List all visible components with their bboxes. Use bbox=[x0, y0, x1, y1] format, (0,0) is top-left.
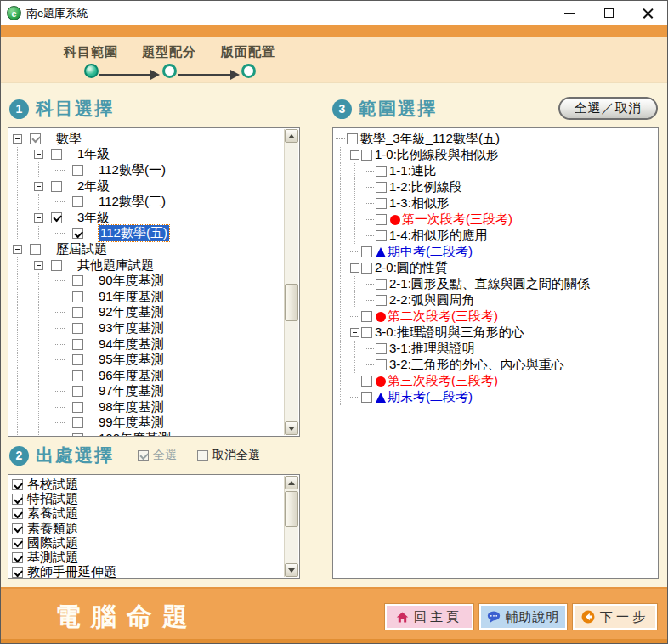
tree-item[interactable]: 95年度基測 bbox=[8, 352, 299, 368]
tree-item-label[interactable]: 90年度基測 bbox=[99, 273, 164, 289]
tree-expander-icon[interactable] bbox=[350, 263, 359, 273]
tree-item[interactable]: 91年度基測 bbox=[8, 289, 299, 305]
scrollbar-thumb[interactable] bbox=[285, 284, 298, 321]
tree-checkbox[interactable] bbox=[51, 149, 62, 160]
list-item-label[interactable]: 特招試題 bbox=[27, 491, 78, 507]
tree-checkbox[interactable] bbox=[361, 150, 372, 161]
tree-item[interactable]: 90年度基測 bbox=[8, 273, 299, 289]
tree-checkbox[interactable] bbox=[376, 359, 387, 370]
maximize-button[interactable] bbox=[589, 1, 628, 25]
tree-item[interactable]: 1-0:比例線段與相似形 bbox=[333, 147, 658, 163]
scrollbar-thumb[interactable] bbox=[285, 491, 298, 527]
tree-item[interactable]: 期末考(二段考) bbox=[333, 389, 658, 405]
tree-item[interactable]: 數學_3年級_112數學(五) bbox=[333, 131, 658, 147]
list-item-label[interactable]: 教師手冊延伸題 bbox=[27, 564, 116, 579]
tree-item[interactable]: 93年度基測 bbox=[8, 320, 299, 336]
tree-item[interactable]: 97年度基測 bbox=[8, 384, 299, 400]
tree-checkbox[interactable] bbox=[72, 323, 83, 334]
tree-checkbox[interactable] bbox=[347, 133, 358, 144]
tree-checkbox[interactable] bbox=[72, 196, 83, 207]
tree-item-label[interactable]: 2-2:弧與圓周角 bbox=[389, 292, 475, 308]
tree-checkbox[interactable] bbox=[361, 376, 372, 387]
tree-item[interactable]: 1-2:比例線段 bbox=[333, 179, 658, 195]
list-item-label[interactable]: 素養試題 bbox=[27, 506, 78, 522]
tree-item-label[interactable]: 94年度基測 bbox=[99, 336, 164, 353]
tree-expander-icon[interactable] bbox=[34, 150, 43, 159]
tree-item-label[interactable]: 1-0:比例線段與相似形 bbox=[375, 147, 499, 163]
tree-item-label[interactable]: 100年度基測 bbox=[99, 431, 171, 437]
tree-item-label[interactable]: 3-0:推理證明與三角形的心 bbox=[375, 325, 524, 341]
tree-checkbox[interactable] bbox=[361, 246, 372, 257]
tree-item[interactable]: 3-1:推理與證明 bbox=[333, 341, 658, 357]
list-item[interactable]: 各校試題 bbox=[8, 477, 299, 492]
tree-item-label[interactable]: 2-1:圓形及點、直線與圓之間的關係 bbox=[389, 276, 590, 292]
deselect-all-checkbox[interactable] bbox=[197, 450, 208, 461]
tree-checkbox[interactable] bbox=[376, 182, 387, 193]
tree-checkbox[interactable] bbox=[51, 181, 62, 192]
tree-checkbox[interactable] bbox=[72, 307, 83, 318]
subject-tree-scrollbar[interactable] bbox=[284, 129, 298, 435]
tree-item[interactable]: 第一次段考(三段考) bbox=[333, 212, 658, 228]
tree-checkbox[interactable] bbox=[51, 260, 62, 271]
tree-item[interactable]: 96年度基測 bbox=[8, 368, 299, 384]
tree-expander-icon[interactable] bbox=[13, 245, 22, 254]
tree-expander-icon[interactable] bbox=[34, 213, 43, 223]
tree-item-label[interactable]: 98年度基測 bbox=[99, 399, 164, 415]
tree-item-label[interactable]: 其他題庫試題 bbox=[77, 257, 154, 274]
list-checkbox[interactable] bbox=[12, 523, 23, 534]
list-checkbox[interactable] bbox=[12, 567, 23, 578]
tree-item[interactable]: 3-2:三角形的外心、內心與重心 bbox=[333, 357, 658, 373]
tree-checkbox[interactable] bbox=[376, 166, 387, 177]
tree-item-label[interactable]: 2-0:圓的性質 bbox=[375, 260, 448, 276]
tree-item-label[interactable]: 3-1:推理與證明 bbox=[389, 341, 475, 357]
tree-item-label[interactable]: 3-2:三角形的外心、內心與重心 bbox=[389, 357, 564, 373]
tree-item[interactable]: 100年度基測 bbox=[8, 431, 299, 437]
select-all-checkbox[interactable] bbox=[138, 450, 149, 461]
deselect-all-option[interactable]: 取消全選 bbox=[197, 448, 260, 463]
scroll-down-icon[interactable] bbox=[285, 421, 298, 435]
list-item-label[interactable]: 各校試題 bbox=[27, 477, 78, 493]
tree-item-label[interactable]: 第二次段考(三段考) bbox=[388, 308, 498, 325]
source-list-scrollbar[interactable] bbox=[284, 476, 298, 577]
tree-item[interactable]: 112數學(五) bbox=[8, 226, 299, 242]
tree-checkbox[interactable] bbox=[361, 327, 372, 338]
tree-item[interactable]: 3年級 bbox=[8, 210, 299, 226]
scroll-up-icon[interactable] bbox=[285, 476, 298, 489]
tree-item-label[interactable]: 93年度基測 bbox=[99, 320, 164, 336]
tree-item[interactable]: 112數學(三) bbox=[8, 194, 299, 210]
tree-item[interactable]: 第二次段考(三段考) bbox=[333, 308, 658, 325]
home-button[interactable]: 回主頁 bbox=[385, 604, 473, 630]
tree-checkbox[interactable] bbox=[361, 263, 372, 274]
list-item-label[interactable]: 國際試題 bbox=[27, 535, 78, 551]
tree-item-label[interactable]: 1-2:比例線段 bbox=[389, 179, 462, 195]
minimize-button[interactable] bbox=[550, 1, 589, 25]
list-checkbox[interactable] bbox=[12, 552, 23, 563]
list-item[interactable]: 素養試題 bbox=[8, 506, 299, 521]
tree-item-label[interactable]: 期末考(二段考) bbox=[388, 389, 473, 405]
tree-item-label[interactable]: 數學 bbox=[56, 131, 82, 147]
tree-expander-icon[interactable] bbox=[34, 261, 43, 270]
tree-item[interactable]: 歷屆試題 bbox=[8, 241, 299, 257]
tree-item[interactable]: 92年度基測 bbox=[8, 305, 299, 321]
tree-item-label[interactable]: 3年級 bbox=[77, 210, 110, 226]
tree-checkbox[interactable] bbox=[376, 295, 387, 306]
tree-checkbox[interactable] bbox=[361, 311, 372, 322]
tree-item[interactable]: 1-3:相似形 bbox=[333, 195, 658, 212]
tree-item[interactable]: 1-1:連比 bbox=[333, 163, 658, 179]
tree-expander-icon[interactable] bbox=[34, 182, 43, 191]
tree-checkbox[interactable] bbox=[72, 354, 83, 365]
tree-checkbox[interactable] bbox=[72, 417, 83, 428]
tree-expander-icon[interactable] bbox=[350, 328, 359, 337]
tree-item-label[interactable]: 99年度基測 bbox=[99, 415, 164, 431]
tree-item[interactable]: 期中考(二段考) bbox=[333, 244, 658, 260]
tree-expander-icon[interactable] bbox=[350, 150, 359, 160]
tree-checkbox[interactable] bbox=[376, 198, 387, 209]
list-item[interactable]: 素養類題 bbox=[8, 522, 299, 536]
tree-item-label[interactable]: 112數學(三) bbox=[99, 194, 166, 210]
tree-checkbox[interactable] bbox=[30, 244, 41, 255]
list-item[interactable]: 國際試題 bbox=[8, 536, 299, 551]
tree-item-label[interactable]: 1-1:連比 bbox=[389, 163, 437, 179]
list-checkbox[interactable] bbox=[12, 538, 23, 549]
help-button[interactable]: 輔助說明 bbox=[479, 604, 567, 630]
scroll-down-icon[interactable] bbox=[285, 563, 298, 577]
